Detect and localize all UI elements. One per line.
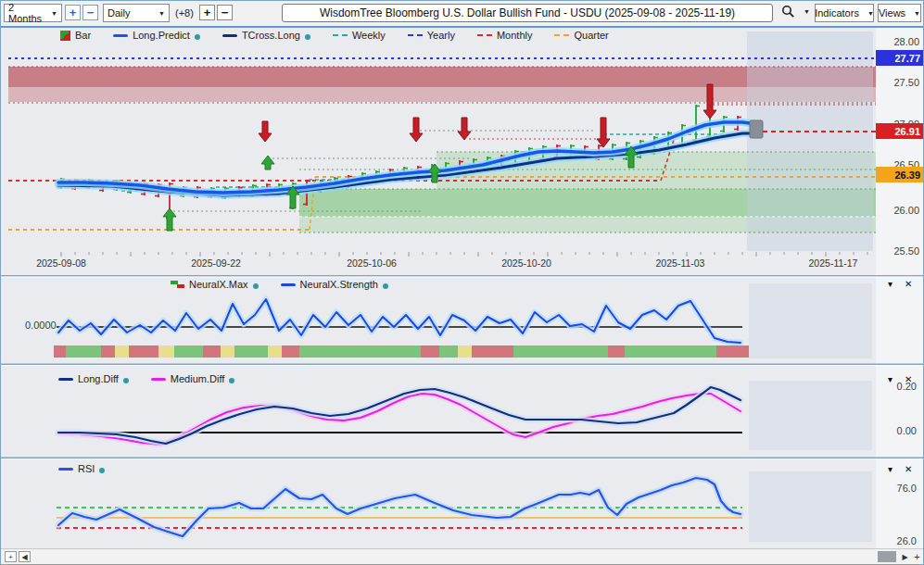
interval-select-value: Daily	[108, 7, 130, 19]
legend-label: NeuralX.Strength	[300, 279, 378, 290]
price-tick-label: 27.50	[893, 77, 919, 88]
legend-item-yearly[interactable]: Yearly	[408, 30, 455, 41]
line-swatch	[58, 468, 73, 471]
legend-item-bar[interactable]: Bar	[60, 30, 91, 41]
legend-label: Bar	[75, 30, 91, 41]
neuralx-signal-segment	[234, 345, 268, 358]
chevron-down-icon[interactable]: ▼	[804, 8, 810, 15]
diff-panel-legend: Long.DiffMedium.Diff	[58, 373, 257, 384]
legend-label: Yearly	[427, 30, 455, 41]
rsi-panel-legend: RSI	[58, 463, 127, 474]
line-swatch	[113, 34, 128, 37]
neuralx-signal-segment	[458, 345, 472, 358]
neuralx-signal-segment	[625, 345, 716, 358]
neuralx-signal-segment	[54, 345, 66, 358]
line-swatch	[151, 378, 166, 381]
panel-separator[interactable]	[1, 364, 924, 366]
price-badge-value: 27.77	[894, 53, 920, 64]
panel-separator[interactable]	[1, 275, 924, 277]
scroll-zoom-in-right-button[interactable]: +	[911, 551, 923, 562]
legend-label: Quarter	[574, 30, 608, 41]
legend-label: TCross.Long	[242, 30, 300, 41]
views-menu-button[interactable]: Views ▼	[878, 4, 921, 22]
indicators-menu-button[interactable]: Indicators ▼	[815, 4, 874, 22]
dashed-line-swatch	[408, 34, 423, 36]
neuralx-signal-segment	[101, 345, 115, 358]
neuralx-signal-segment	[608, 345, 625, 358]
symbol-title-field[interactable]: WisdomTree Bloomberg U.S. Dollar Bullish…	[282, 4, 773, 22]
panel-separator[interactable]	[1, 458, 924, 459]
neuralx-signal-segment	[115, 345, 129, 358]
info-dot-icon[interactable]	[383, 283, 388, 289]
legend-item-medium-diff[interactable]: Medium.Diff	[151, 373, 234, 384]
dashed-line-swatch	[333, 34, 348, 36]
date-tick-label: 2025-10-06	[347, 257, 397, 269]
collapse-panel-icon[interactable]: ▾	[888, 464, 892, 474]
current-bar-marker[interactable]	[750, 120, 763, 138]
close-panel-icon[interactable]: ✕	[905, 464, 912, 474]
range-zoom-in-button[interactable]: +	[65, 5, 81, 20]
legend-item-rsi[interactable]: RSI	[58, 463, 105, 474]
legend-item-weekly[interactable]: Weekly	[333, 30, 386, 41]
legend-item-quarter[interactable]: Quarter	[554, 30, 608, 41]
legend-label: NeuralX.Max	[189, 279, 248, 290]
sell-arrow-icon	[259, 121, 272, 142]
neuralx-signal-segment	[158, 345, 174, 358]
symbol-search[interactable]: ▼	[781, 5, 810, 19]
horizontal-scrollbar[interactable]: + ◀ ▶ +	[1, 548, 923, 564]
info-dot-icon[interactable]	[305, 34, 310, 40]
close-panel-icon[interactable]: ✕	[905, 279, 912, 289]
legend-item-long-predict[interactable]: Long.Predict	[113, 30, 200, 41]
sell-arrow-icon	[597, 118, 610, 147]
scroll-left-button[interactable]: ◀	[19, 551, 31, 562]
scroll-right-button[interactable]: ▶	[899, 551, 911, 562]
date-tick-label: 2025-09-22	[191, 257, 241, 269]
toolbar: 2 Months ▼ + − Daily ▼ (+8) + − WisdomTr…	[1, 1, 923, 28]
info-dot-icon[interactable]	[123, 378, 129, 383]
price-badge-value: 26.39	[894, 170, 920, 181]
dashed-line-swatch	[554, 34, 569, 36]
info-dot-icon[interactable]	[99, 468, 105, 473]
neuralx-signal-segment	[421, 345, 439, 358]
search-icon[interactable]	[781, 5, 795, 19]
diff-zero-label: 0.00	[897, 425, 917, 436]
legend-item-neuralx-strength[interactable]: NeuralX.Strength	[281, 279, 388, 290]
collapse-panel-icon[interactable]: ▾	[888, 374, 892, 384]
legend-label: Monthly	[497, 30, 533, 41]
bars-added-label: (+8)	[175, 7, 194, 19]
forecast-zone	[749, 283, 872, 358]
legend-item-neuralx-max[interactable]: NeuralX.Max	[171, 279, 259, 290]
sell-arrow-icon	[410, 118, 423, 142]
info-dot-icon[interactable]	[229, 378, 234, 383]
add-bar-button[interactable]: +	[199, 5, 215, 20]
legend-label: Weekly	[352, 30, 386, 41]
neuralx-signal-segment	[439, 345, 458, 358]
interval-select[interactable]: Daily ▼	[103, 4, 170, 22]
neuralx-signal-segment	[513, 345, 608, 358]
legend-item-tcross-long[interactable]: TCross.Long	[222, 30, 310, 41]
date-tick-label: 2025-10-20	[501, 257, 551, 269]
neuralx-signal-segment	[203, 345, 221, 358]
rsi-panel-controls: ▾ ✕	[888, 464, 912, 474]
info-dot-icon[interactable]	[195, 34, 200, 40]
buy-arrow-icon	[163, 208, 176, 231]
remove-bar-button[interactable]: −	[217, 5, 233, 20]
dashed-line-swatch	[477, 34, 492, 36]
neuralx-signal-segment	[282, 345, 299, 358]
date-tick-label: 2025-09-08	[36, 257, 86, 269]
info-dot-icon[interactable]	[253, 283, 259, 289]
collapse-panel-icon[interactable]: ▾	[888, 279, 892, 289]
scroll-zoom-out-left-button[interactable]: +	[5, 551, 17, 562]
range-select[interactable]: 2 Months ▼	[4, 4, 62, 22]
chevron-down-icon: ▼	[51, 10, 57, 17]
scrollbar-thumb[interactable]	[878, 551, 896, 562]
neuralx-signal-segment	[66, 345, 101, 358]
legend-label: Long.Diff	[78, 373, 119, 384]
legend-item-long-diff[interactable]: Long.Diff	[58, 373, 129, 384]
chart-canvas: 28.0027.5027.0026.5026.0025.5027.7726.91…	[1, 1, 924, 565]
rsi-high-label: 76.0	[897, 483, 917, 494]
range-zoom-out-button[interactable]: −	[82, 5, 98, 20]
legend-item-monthly[interactable]: Monthly	[477, 30, 533, 41]
chevron-down-icon: ▼	[914, 10, 920, 17]
legend-label: Long.Predict	[133, 30, 190, 41]
